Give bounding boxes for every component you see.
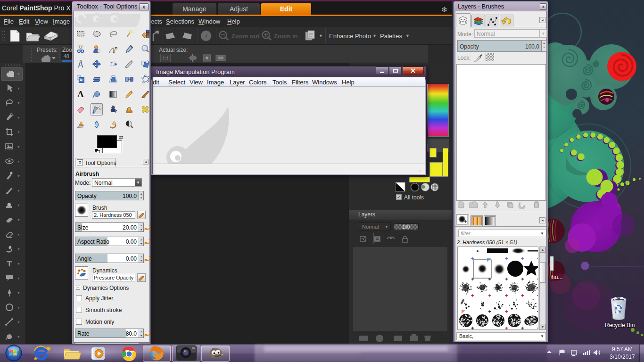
svg-text:A: A [77, 90, 84, 99]
svg-text:T: T [7, 259, 12, 268]
svg-text:i: i [205, 32, 207, 40]
